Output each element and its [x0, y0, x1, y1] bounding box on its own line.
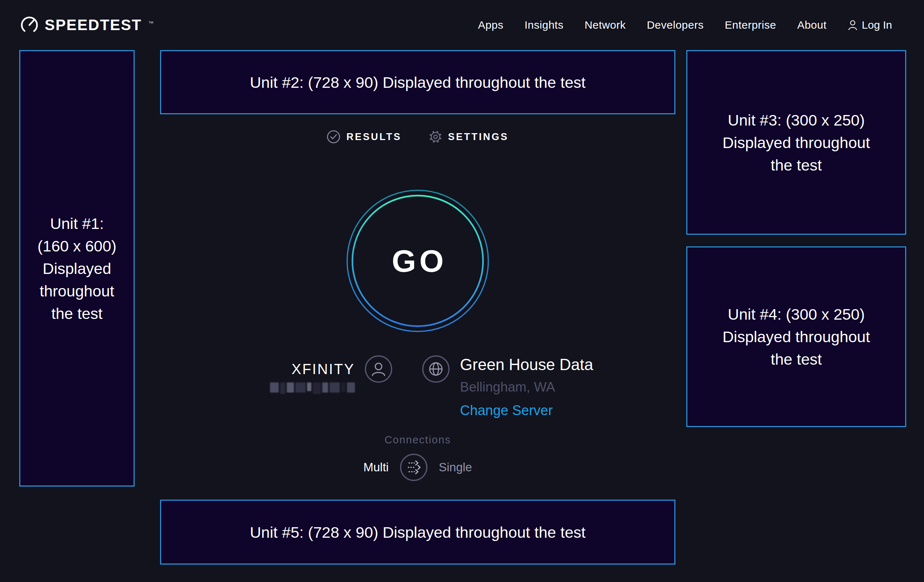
multi-arrows-icon — [399, 453, 428, 481]
multi-connection-toggle[interactable] — [399, 453, 428, 481]
nav-item-enterprise[interactable]: Enterprise — [725, 19, 776, 31]
ad-unit-5[interactable]: Unit #5: (728 x 90) Displayed throughout… — [160, 500, 675, 565]
server-info: Green House Data Bellingham, WA Change S… — [422, 355, 593, 418]
login-button[interactable]: Log In — [848, 19, 892, 31]
connections-toggle-row: Multi Single — [363, 453, 472, 481]
speedtest-logo[interactable]: SPEEDTEST ™ — [20, 16, 154, 35]
brand-name: SPEEDTEST — [45, 16, 142, 34]
main-nav: Apps Insights Network Developers Enterpr… — [478, 19, 892, 31]
gear-icon — [429, 130, 442, 144]
go-label: GO — [346, 190, 489, 332]
ad-text-line: the test — [771, 348, 822, 371]
connections-section: Connections Multi Single — [160, 434, 675, 481]
connections-single-option[interactable]: Single — [439, 460, 472, 474]
server-location: Bellingham, WA — [460, 379, 555, 395]
ad-unit-4[interactable]: Unit #4: (300 x 250) Displayed throughou… — [686, 246, 906, 427]
check-circle-icon — [327, 130, 340, 144]
nav-item-developers[interactable]: Developers — [647, 19, 704, 31]
connections-multi-option[interactable]: Multi — [363, 460, 389, 474]
ad-text-line: the test — [51, 302, 102, 325]
ip-address-redacted — [270, 383, 355, 394]
ad-text-line: (160 x 600) — [37, 235, 117, 257]
tab-results[interactable]: RESULTS — [327, 130, 401, 144]
nav-item-insights[interactable]: Insights — [525, 19, 563, 31]
login-label: Log In — [862, 19, 892, 31]
tab-settings[interactable]: SETTINGS — [429, 130, 509, 144]
user-icon — [848, 20, 858, 31]
ad-text-line: Displayed — [43, 257, 111, 280]
view-tabs: RESULTS SETTINGS — [160, 130, 675, 144]
globe-circle-icon — [422, 355, 450, 383]
trademark-mark: ™ — [148, 20, 154, 26]
ad-text-line: Unit #4: (300 x 250) — [728, 303, 865, 325]
ad-unit-1[interactable]: Unit #1: (160 x 600) Displayed throughou… — [19, 50, 135, 486]
connection-info: XFINITY Green House Data Bel — [174, 355, 689, 418]
client-isp-name: XFINITY — [291, 361, 355, 378]
connections-label: Connections — [384, 434, 451, 446]
speedometer-gauge-icon — [20, 16, 39, 35]
ad-text-line: Unit #5: (728 x 90) Displayed throughout… — [250, 521, 586, 544]
tab-results-label: RESULTS — [346, 131, 401, 143]
ad-text-line: Displayed throughout — [723, 131, 870, 154]
nav-item-about[interactable]: About — [797, 19, 827, 31]
go-button[interactable]: GO — [346, 190, 489, 332]
client-info: XFINITY — [270, 355, 393, 394]
header: SPEEDTEST ™ Apps Insights Network Develo… — [0, 0, 924, 50]
speedtest-page: SPEEDTEST ™ Apps Insights Network Develo… — [0, 0, 924, 582]
ad-text-line: throughout — [40, 280, 114, 302]
nav-item-apps[interactable]: Apps — [478, 19, 503, 31]
ad-text-line: Unit #2: (728 x 90) Displayed throughout… — [250, 71, 586, 94]
ad-unit-3[interactable]: Unit #3: (300 x 250) Displayed throughou… — [686, 50, 906, 235]
user-circle-icon — [365, 355, 393, 383]
ad-text-line: the test — [771, 154, 822, 176]
server-name: Green House Data — [460, 356, 593, 374]
ad-unit-2[interactable]: Unit #2: (728 x 90) Displayed throughout… — [160, 50, 675, 114]
change-server-link[interactable]: Change Server — [460, 403, 553, 418]
ad-text-line: Unit #3: (300 x 250) — [728, 109, 865, 131]
nav-item-network[interactable]: Network — [585, 19, 626, 31]
client-text: XFINITY — [270, 355, 355, 394]
server-text: Green House Data Bellingham, WA Change S… — [460, 355, 593, 418]
ad-text-line: Displayed throughout — [723, 325, 870, 348]
ad-text-line: Unit #1: — [50, 212, 104, 235]
tab-settings-label: SETTINGS — [448, 131, 509, 143]
